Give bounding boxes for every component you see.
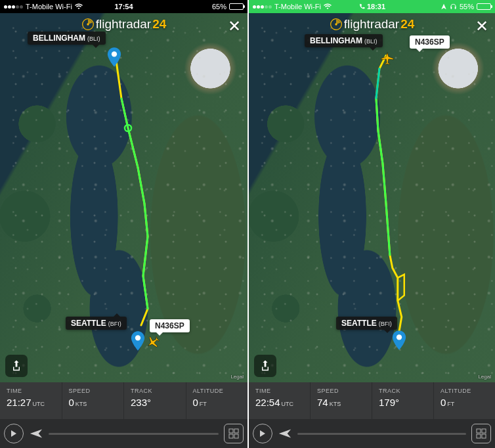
headset-icon: [450, 3, 457, 11]
speed-label: SPEED: [317, 388, 365, 394]
status-time: 17:54: [114, 3, 133, 11]
track-value: 179°: [379, 397, 427, 408]
timeline-scrubber[interactable]: [49, 433, 219, 435]
time-label: TIME: [255, 388, 303, 394]
alt-unit: FT: [200, 401, 207, 407]
dest-label[interactable]: SEATTLE (BFI): [336, 317, 397, 330]
svg-rect-15: [482, 434, 486, 438]
share-button[interactable]: [254, 355, 276, 377]
play-icon: [11, 430, 17, 437]
svg-rect-13: [482, 429, 486, 433]
grid-icon: [228, 428, 239, 439]
status-right: 65%: [212, 3, 244, 11]
app-logo: flightradar24: [249, 17, 495, 34]
speed-unit: KTS: [75, 401, 87, 407]
origin-name: BELLINGHAM: [310, 36, 362, 45]
status-bar: T-Mobile Wi-Fi 17:54 65%: [0, 0, 247, 13]
wifi-icon: [324, 3, 332, 11]
track-cell: TRACK 233°: [124, 382, 186, 419]
origin-pin-icon[interactable]: [107, 47, 121, 67]
svg-rect-5: [229, 429, 233, 433]
speed-value: 0: [69, 397, 74, 408]
svg-point-2: [125, 125, 131, 131]
aircraft-icon[interactable]: [380, 51, 395, 66]
panel-left: T-Mobile Wi-Fi 17:54 65% flightradar24 ✕…: [0, 0, 247, 448]
dest-pin-icon[interactable]: [392, 330, 406, 350]
wifi-icon: [75, 3, 83, 11]
callsign-text: N436SP: [415, 37, 444, 47]
share-icon: [259, 359, 271, 372]
alt-label: ALTITUDE: [441, 388, 488, 394]
battery-icon: [229, 3, 244, 10]
dest-label[interactable]: SEATTLE (BFI): [66, 317, 127, 330]
plane-icon: [29, 426, 43, 441]
signal-icon: [253, 5, 272, 9]
speed-value: 74: [317, 397, 328, 408]
speed-label: SPEED: [69, 388, 118, 394]
svg-rect-6: [234, 429, 238, 433]
time-unit: UTC: [33, 401, 45, 407]
logo-suffix: 24: [152, 17, 166, 32]
status-bar: T-Mobile Wi-Fi 18:31 55%: [249, 0, 495, 13]
svg-point-10: [335, 23, 337, 25]
speed-unit: KTS: [330, 401, 341, 407]
phone-icon: [358, 3, 365, 10]
speed-cell: SPEED 74KTS: [311, 382, 372, 419]
origin-label[interactable]: BELLINGHAM (BLI): [28, 32, 106, 45]
layout-button[interactable]: [224, 424, 244, 443]
map[interactable]: flightradar24 ✕ BELLINGHAM (BLI) N436SP …: [249, 13, 495, 382]
logo-text: flightradar: [344, 17, 400, 32]
navigation-icon: [441, 3, 447, 10]
svg-rect-12: [477, 429, 481, 433]
close-icon[interactable]: ✕: [475, 18, 488, 34]
map[interactable]: flightradar24 ✕ BELLINGHAM (BLI) SEATTLE…: [0, 13, 247, 382]
battery-pct: 55%: [460, 3, 474, 11]
time-cell: TIME 22:54UTC: [249, 382, 311, 419]
follow-aircraft-button[interactable]: [278, 426, 292, 441]
layout-button[interactable]: [471, 424, 491, 443]
status-right: 55%: [441, 3, 491, 11]
svg-point-1: [87, 23, 89, 25]
alt-cell: ALTITUDE 0FT: [434, 382, 495, 419]
legal-link[interactable]: Legal: [230, 374, 244, 380]
playbar: [249, 419, 495, 448]
close-icon[interactable]: ✕: [228, 18, 241, 34]
data-strip: TIME 21:27UTC SPEED 0KTS TRACK 233° ALTI…: [0, 382, 247, 419]
status-time: 18:31: [358, 3, 385, 11]
play-button[interactable]: [4, 424, 24, 443]
battery-icon: [477, 3, 491, 10]
svg-point-3: [112, 51, 117, 56]
status-left: T-Mobile Wi-Fi: [4, 3, 83, 11]
track-value: 233°: [131, 397, 179, 408]
time-value: 21:27: [7, 397, 32, 408]
time-value: 22:54: [255, 397, 280, 408]
time-label: TIME: [7, 388, 55, 394]
timeline-scrubber[interactable]: [297, 433, 466, 435]
time-unit: UTC: [282, 401, 294, 407]
follow-aircraft-button[interactable]: [29, 426, 43, 441]
share-button[interactable]: [5, 355, 28, 377]
track-label: TRACK: [379, 388, 427, 394]
dest-code: (BFI): [379, 321, 392, 327]
panel-right: T-Mobile Wi-Fi 18:31 55% flightradar24 ✕: [247, 0, 495, 448]
origin-label[interactable]: BELLINGHAM (BLI): [305, 34, 383, 47]
origin-code: (BLI): [87, 35, 100, 42]
carrier-text: T-Mobile Wi-Fi: [26, 3, 72, 11]
dest-name: SEATTLE: [341, 319, 377, 328]
callsign-label[interactable]: N436SP: [150, 319, 190, 332]
logo-suffix: 24: [400, 17, 414, 32]
svg-rect-7: [229, 434, 233, 438]
callsign-text: N436SP: [155, 321, 184, 330]
speed-cell: SPEED 0KTS: [62, 382, 125, 419]
data-strip: TIME 22:54UTC SPEED 74KTS TRACK 179° ALT…: [249, 382, 495, 419]
svg-rect-14: [477, 434, 481, 438]
play-button[interactable]: [253, 424, 272, 443]
share-icon: [11, 359, 22, 372]
play-icon: [259, 430, 266, 437]
callsign-label[interactable]: N436SP: [410, 35, 450, 49]
origin-code: (BLI): [364, 38, 377, 45]
carrier-text: T-Mobile Wi-Fi: [274, 3, 321, 11]
legal-link[interactable]: Legal: [478, 374, 491, 380]
alt-unit: FT: [447, 401, 454, 407]
playbar: [0, 419, 247, 448]
